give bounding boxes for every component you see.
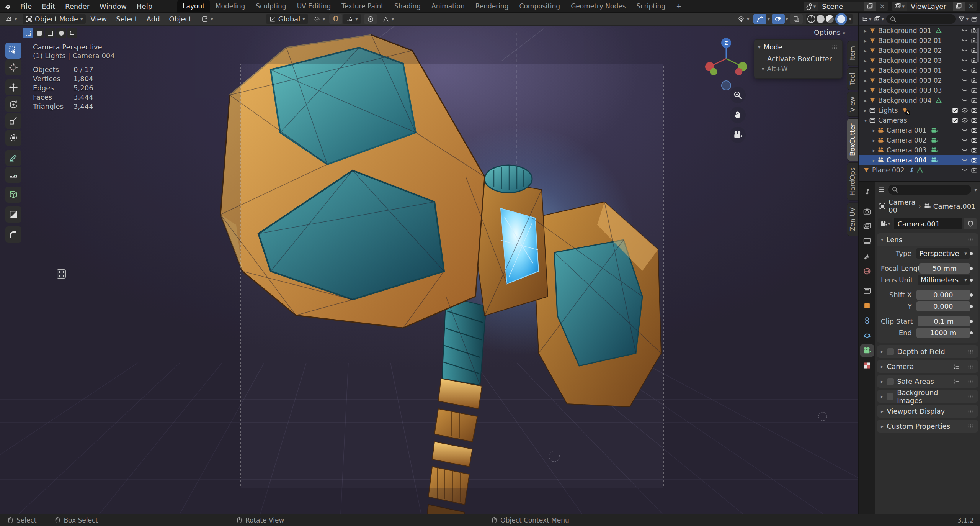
tab-boxcutter[interactable]: BoxCutter	[847, 118, 858, 161]
outliner-filter-id-dropdown[interactable]: ▾	[874, 16, 884, 23]
options-dropdown[interactable]: Options ▾	[814, 28, 845, 36]
expand-arrow-icon[interactable]: ▸	[871, 128, 877, 133]
collection-checkbox[interactable]	[952, 107, 959, 114]
outliner-row[interactable]: ▸ Camera 001	[859, 125, 980, 135]
tab-object-properties[interactable]	[860, 300, 874, 312]
tool-rotate[interactable]	[5, 96, 21, 112]
menu-object[interactable]: Object	[165, 15, 196, 23]
presets-list-icon[interactable]	[953, 378, 960, 385]
animate-dot[interactable]	[970, 293, 973, 297]
tab-output-properties[interactable]	[860, 220, 874, 233]
camera-panel[interactable]: ▸ Camera	[877, 360, 978, 373]
snap-toggle[interactable]	[329, 14, 342, 24]
transform-orientation-dropdown[interactable]: Global ▾	[266, 14, 308, 24]
tab-physics-properties[interactable]	[860, 329, 874, 342]
scene-name[interactable]: Scene	[818, 2, 864, 10]
hide-viewport-icon[interactable]	[961, 67, 968, 74]
expand-arrow-icon[interactable]: ▸	[862, 88, 869, 93]
tab-view-layer-properties[interactable]	[860, 235, 874, 247]
scene-browse-button[interactable]: ▾	[804, 2, 818, 11]
expand-arrow-icon[interactable]: ▸	[862, 68, 869, 74]
pin-icon[interactable]	[978, 203, 980, 210]
hide-viewport-icon[interactable]	[961, 87, 968, 94]
breadcrumb-data[interactable]: Camera.001	[933, 202, 976, 210]
shading-solid-button[interactable]	[817, 15, 825, 23]
menu-select[interactable]: Select	[111, 15, 142, 23]
workspace-tab-rendering[interactable]: Rendering	[470, 0, 514, 13]
tool-cursor[interactable]	[5, 59, 21, 75]
outliner-scrollbar[interactable]	[977, 28, 979, 62]
lens-unit-dropdown[interactable]: Millimeters▾	[918, 275, 970, 285]
editor-type-button[interactable]: ▾	[2, 14, 20, 24]
tab-zen-uv[interactable]: Zen UV	[847, 202, 858, 236]
select-mode-intersect-button[interactable]	[67, 28, 77, 38]
expand-arrow-icon[interactable]: ▸	[871, 147, 877, 153]
menu-file[interactable]: File	[15, 2, 37, 10]
tool-settings-button[interactable]: ▾	[198, 14, 216, 24]
hide-viewport-icon[interactable]	[961, 47, 968, 54]
workspace-tab-sculpting[interactable]: Sculpting	[250, 0, 291, 13]
collapse-arrow-icon[interactable]: ▾	[862, 118, 869, 123]
outliner-row[interactable]: ▸ Background 002 03	[859, 56, 980, 66]
outliner-search-input[interactable]	[886, 14, 956, 24]
properties-filter-dropdown[interactable]: ▾	[974, 187, 977, 193]
workspace-tab-scripting[interactable]: Scripting	[631, 0, 671, 13]
camera-data-browse-button[interactable]: ▾	[878, 218, 892, 229]
show-gizmo-toggle[interactable]	[753, 14, 766, 24]
render-disabled-icon[interactable]	[971, 47, 978, 54]
expand-arrow-icon[interactable]: ▸	[862, 78, 869, 84]
drag-grip-icon[interactable]	[831, 44, 838, 51]
workspace-tab-uv-editing[interactable]: UV Editing	[292, 0, 336, 13]
lens-panel-header[interactable]: ▾ Lens	[877, 233, 978, 246]
dof-checkbox[interactable]	[887, 348, 894, 355]
tool-move[interactable]	[5, 79, 21, 95]
clip-start-field[interactable]: 0.1 m	[918, 316, 970, 326]
depth-of-field-panel[interactable]: ▸ Depth of Field	[877, 345, 978, 358]
outliner-row[interactable]: ▸ Camera 003	[859, 145, 980, 155]
render-disabled-icon[interactable]	[971, 167, 978, 174]
tool-boxcutter[interactable]	[5, 206, 21, 223]
render-enabled-icon[interactable]	[971, 117, 978, 124]
add-workspace-button[interactable]: +	[671, 0, 687, 13]
safe-areas-checkbox[interactable]	[887, 378, 894, 385]
outliner-row[interactable]: ▸ Background 002 02	[859, 46, 980, 56]
show-overlays-toggle[interactable]	[772, 14, 785, 24]
render-disabled-icon[interactable]	[971, 57, 978, 64]
blender-logo-icon[interactable]	[0, 2, 15, 10]
outliner-row-collection[interactable]: ▾ Cameras	[859, 115, 980, 125]
xray-toggle[interactable]	[790, 14, 803, 24]
mode-panel-header[interactable]: ▾ Mode	[754, 40, 842, 52]
expand-arrow-icon[interactable]: ▸	[862, 108, 869, 113]
expand-arrow-icon[interactable]: ▸	[871, 138, 877, 143]
hide-viewport-icon[interactable]	[961, 157, 968, 164]
animate-dot[interactable]	[970, 279, 973, 282]
workspace-tab-modeling[interactable]: Modeling	[210, 0, 250, 13]
outliner-filter-dropdown[interactable]: ▾	[958, 16, 969, 23]
render-enabled-icon[interactable]	[971, 127, 978, 134]
hide-viewport-icon[interactable]	[961, 27, 968, 34]
view-layer-remove-button[interactable]: ✕	[965, 2, 977, 10]
tool-scale[interactable]	[5, 113, 21, 129]
tab-tool-properties[interactable]	[860, 186, 874, 198]
background-images-panel[interactable]: ▸ Background Images	[877, 390, 978, 403]
select-mode-invert-button[interactable]	[56, 28, 66, 38]
background-images-checkbox[interactable]	[887, 393, 894, 400]
view-layer-browse-button[interactable]: ▾	[892, 2, 907, 11]
outliner-row[interactable]: ▸ Background 002 01	[859, 36, 980, 46]
data-name-input[interactable]: Camera.001	[894, 218, 962, 229]
camera-view-button[interactable]	[730, 127, 746, 143]
expand-arrow-icon[interactable]: ▸	[862, 28, 869, 34]
presets-list-icon[interactable]	[953, 363, 960, 370]
safe-areas-panel[interactable]: ▸ Safe Areas	[877, 375, 978, 388]
tool-hardops[interactable]	[5, 226, 21, 243]
outliner-row[interactable]: ▸ Background 003 03	[859, 85, 980, 95]
render-disabled-icon[interactable]	[971, 97, 978, 104]
workspace-tab-compositing[interactable]: Compositing	[514, 0, 566, 13]
render-enabled-icon[interactable]	[971, 137, 978, 144]
tab-view[interactable]: View	[847, 92, 858, 117]
menu-add[interactable]: Add	[142, 15, 165, 23]
tab-scene-properties[interactable]	[860, 250, 874, 262]
render-disabled-icon[interactable]	[971, 77, 978, 84]
tab-render-properties[interactable]	[860, 205, 874, 218]
menu-window[interactable]: Window	[95, 2, 132, 10]
